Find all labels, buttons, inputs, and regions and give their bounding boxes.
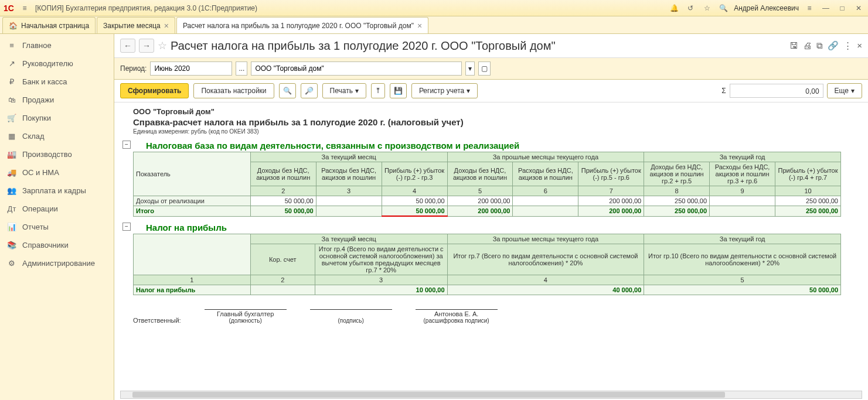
table-row: Налог на прибыль 10 000,00 40 000,00 50 …	[134, 285, 841, 295]
search-icon[interactable]: 🔍	[717, 2, 729, 14]
sidebar-item-purchases[interactable]: 🛒Покупки	[0, 109, 114, 127]
tax-base-table: Показатель За текущий месяц За прошлые м…	[133, 152, 841, 217]
people-icon: 👥	[7, 186, 16, 195]
report-unit: Единица измерения: рубль (код по ОКЕИ 38…	[133, 128, 862, 135]
section-tax-base: Налоговая база по видам деятельности, св…	[146, 141, 862, 151]
sidebar-item-sales[interactable]: 🛍Продажи	[0, 91, 114, 109]
register-button[interactable]: Регистр учета ▾	[411, 83, 478, 98]
org-input[interactable]	[251, 61, 462, 76]
save-button[interactable]: 💾	[390, 83, 407, 98]
filter-icon[interactable]: ≡	[804, 2, 815, 14]
sidebar-item-manager[interactable]: ↗Руководителю	[0, 54, 114, 73]
zoom-in-button[interactable]: 🔍	[279, 83, 296, 98]
minimize-icon[interactable]: —	[820, 2, 832, 14]
sum-field: 0,00	[730, 84, 823, 98]
maximize-icon[interactable]: □	[836, 2, 848, 14]
sidebar-item-reports[interactable]: 📊Отчеты	[0, 218, 114, 236]
app-logo: 1C	[4, 4, 14, 13]
export-button[interactable]: ⤒	[371, 83, 385, 98]
sidebar-item-stock[interactable]: ▦Склад	[0, 127, 114, 145]
grid-icon: ▦	[7, 132, 16, 141]
bag-icon: 🛍	[7, 95, 16, 104]
tab-close-icon[interactable]: ×	[164, 21, 169, 30]
chart-icon: ↗	[7, 59, 16, 68]
table-row: Доходы от реализации 50 000,0050 000,00 …	[134, 196, 841, 206]
gear-icon: ⚙	[7, 259, 16, 268]
report-org: ООО "Торговый дом"	[133, 107, 862, 116]
tab-tax-report[interactable]: Расчет налога на прибыль за 1 полугодие …	[176, 17, 428, 33]
user-name[interactable]: Андрей Алексеевич	[734, 4, 799, 12]
sidebar-item-salary[interactable]: 👥Зарплата и кадры	[0, 182, 114, 200]
titlebar: 1C ≡ [КОПИЯ] Бухгалтерия предприятия, ре…	[0, 0, 868, 16]
bars-icon: 📊	[7, 223, 16, 231]
preview-icon[interactable]: ⧉	[816, 40, 823, 51]
settings-button[interactable]: Показать настройки	[193, 83, 274, 98]
bell-icon[interactable]: 🔔	[668, 2, 680, 14]
org-dropdown-button[interactable]: ▾	[465, 61, 475, 76]
history-icon[interactable]: ↺	[685, 2, 696, 14]
sigma-icon: Σ	[721, 87, 726, 95]
report-area[interactable]: ООО "Торговый дом" Справка-расчет налога…	[114, 102, 868, 400]
back-button[interactable]: ←	[120, 39, 135, 53]
period-bar: Период: ... ▾ ▢	[114, 58, 868, 80]
table-total-row: Итого 50 000,0050 000,00 200 000,00200 0…	[134, 206, 841, 217]
list-icon: ≡	[7, 41, 16, 50]
collapse-button[interactable]: −	[122, 141, 131, 149]
print-button[interactable]: Печать ▾	[322, 83, 366, 98]
sidebar: ≡Главное ↗Руководителю ₽Банк и касса 🛍Пр…	[0, 34, 114, 400]
menu-icon[interactable]: ≡	[19, 2, 30, 14]
save-icon[interactable]: 🖫	[789, 40, 798, 51]
scrollbar-thumb[interactable]	[132, 392, 725, 398]
sidebar-item-assets[interactable]: 🚚ОС и НМА	[0, 163, 114, 182]
section-tax: Налог на прибыль	[146, 223, 862, 233]
close-icon[interactable]: ✕	[853, 2, 864, 14]
factory-icon: 🏭	[7, 150, 16, 159]
sidebar-item-refs[interactable]: 📚Справочники	[0, 236, 114, 254]
favorite-icon[interactable]: ☆	[158, 39, 167, 52]
print-icon[interactable]: 🖨	[803, 40, 812, 51]
report-title: Справка-расчет налога на прибыль за 1 по…	[133, 117, 862, 127]
tab-month-close[interactable]: Закрытие месяца×	[97, 17, 175, 33]
tab-home[interactable]: 🏠Начальная страница	[2, 17, 96, 33]
form-button[interactable]: Сформировать	[120, 83, 189, 98]
zoom-out-button[interactable]: 🔎	[301, 83, 318, 98]
doc-header: ← → ☆ Расчет налога на прибыль за 1 полу…	[114, 34, 868, 58]
sidebar-item-operations[interactable]: ДтОперации	[0, 200, 114, 218]
ruble-icon: ₽	[7, 77, 16, 86]
tabbar: 🏠Начальная страница Закрытие месяца× Рас…	[0, 16, 868, 34]
link-icon[interactable]: 🔗	[828, 40, 839, 51]
doc-title: Расчет налога на прибыль за 1 полугодие …	[171, 39, 556, 53]
org-open-button[interactable]: ▢	[478, 61, 491, 76]
home-icon: 🏠	[9, 22, 18, 30]
period-picker-button[interactable]: ...	[236, 61, 247, 76]
signature-block: Ответственный: Главный бухгалтер(должнос…	[133, 309, 862, 324]
tax-table: За текущий месяц За прошлые месяцы текущ…	[133, 234, 841, 295]
action-bar: Сформировать Показать настройки 🔍 🔎 Печа…	[114, 80, 868, 102]
cart-icon: 🛒	[7, 114, 16, 122]
star-icon[interactable]: ☆	[701, 2, 713, 14]
tab-close-icon[interactable]: ×	[417, 21, 422, 30]
book-icon: 📚	[7, 241, 16, 249]
window-title: [КОПИЯ] Бухгалтерия предприятия, редакци…	[35, 4, 663, 12]
more-icon[interactable]: ⋮	[843, 40, 852, 51]
collapse-button[interactable]: −	[122, 223, 131, 231]
sidebar-item-main[interactable]: ≡Главное	[0, 36, 114, 54]
sidebar-item-bank[interactable]: ₽Банк и касса	[0, 73, 114, 91]
more-button[interactable]: Еще ▾	[827, 83, 862, 98]
period-label: Период:	[120, 64, 147, 73]
forward-button[interactable]: →	[139, 39, 154, 53]
period-input[interactable]	[150, 61, 232, 76]
close-doc-icon[interactable]: ×	[857, 40, 862, 51]
horizontal-scrollbar[interactable]	[120, 391, 862, 399]
sidebar-item-admin[interactable]: ⚙Администрирование	[0, 254, 114, 272]
dtkt-icon: Дт	[7, 204, 16, 213]
sidebar-item-production[interactable]: 🏭Производство	[0, 145, 114, 163]
truck-icon: 🚚	[7, 168, 16, 177]
